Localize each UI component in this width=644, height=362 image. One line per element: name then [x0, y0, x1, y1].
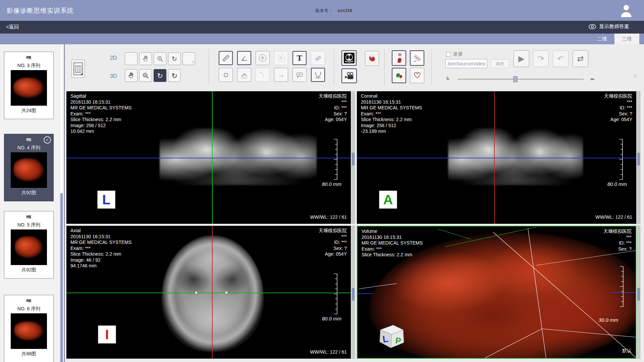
- coronal-mr-image: [448, 128, 583, 185]
- zoom-3d-tool[interactable]: [139, 69, 152, 82]
- playback-slider-thumb[interactable]: [513, 76, 518, 82]
- series-card-3[interactable]: MR NO. 3 序列 共24图: [4, 52, 54, 119]
- series-card-5[interactable]: MR NO. 5 序列 共92图: [4, 211, 54, 278]
- sidebar-scrollbar-thumb[interactable]: [60, 193, 63, 362]
- knee-preset-button[interactable]: [392, 50, 406, 66]
- user-avatar-icon[interactable]: [619, 3, 633, 18]
- lung-preset-button[interactable]: [341, 50, 357, 66]
- show-teacher-answer-button[interactable]: 显示教师答案: [588, 23, 629, 30]
- viewport-axial[interactable]: Axial 20161130 16:15:31 MR GE MEDICAL SY…: [66, 226, 351, 359]
- coronal-overlay-right: 天堰模拟医院 *** ID: *** Sex: ? Age: 054Y: [604, 93, 632, 123]
- rotate-left-button[interactable]: ↶: [553, 50, 569, 67]
- series-count: 共92图: [4, 190, 53, 196]
- secondary-roi-tool[interactable]: 次: [274, 51, 288, 65]
- nav-bar: <返回 显示教师答案: [0, 21, 644, 34]
- arc-measure-tool[interactable]: [256, 68, 270, 82]
- axial-mr-image: [161, 235, 264, 352]
- invert-wwwl-2d-tool[interactable]: c: [182, 52, 195, 65]
- device-name: MR GE MEDICAL SYSTEMS: [361, 105, 422, 111]
- exam-id: Exam: ***: [361, 111, 422, 117]
- rotate-right-button[interactable]: ↷: [533, 50, 549, 67]
- pan-3d-tool[interactable]: [125, 69, 138, 82]
- swap-arrows-icon: ⇄: [577, 54, 584, 63]
- header-bar: 影像诊断思维实训系统 版本号：svn334: [0, 0, 644, 21]
- spine-preset-button[interactable]: [410, 50, 424, 66]
- fast-forward-icon[interactable]: ▸▸: [591, 76, 594, 82]
- sagittal-crosshair-horizontal[interactable]: [66, 158, 351, 158]
- text-annotation-tool[interactable]: T: [292, 51, 307, 65]
- image-marker-dot: [225, 292, 227, 294]
- comment-icon: [296, 71, 304, 79]
- axial-crosshair-horizontal[interactable]: [66, 293, 351, 293]
- heart-3d-preset-button[interactable]: [410, 68, 424, 83]
- wwwl-readout: WW/WL: 122 / 61: [310, 349, 347, 355]
- reset-3d-tool[interactable]: ↻: [168, 69, 181, 82]
- device-name: MR GE MEDICAL SYSTEMS: [70, 105, 131, 111]
- scale-ruler: [618, 139, 623, 180]
- comment-annotation-tool[interactable]: [292, 68, 307, 82]
- magnifier-plus-icon: [157, 55, 164, 62]
- path-button[interactable]: 路径: [490, 59, 509, 68]
- viewport-coronal[interactable]: Coronal 20161130 16:15:31 MR GE MEDICAL …: [357, 91, 636, 224]
- zoom-2d-tool[interactable]: [154, 52, 166, 65]
- rotate-2d-tool[interactable]: ↻: [168, 52, 181, 65]
- layout-selector-button[interactable]: [71, 60, 85, 78]
- volume-preset-label[interactable]: 默认: [622, 348, 632, 354]
- scrollbar-thumb[interactable]: [352, 153, 355, 165]
- arrow-annotation-tool[interactable]: →: [274, 68, 288, 82]
- axial-crosshair-vertical[interactable]: [212, 226, 213, 359]
- series-count: 共88图: [4, 351, 53, 357]
- record-screen-checkbox[interactable]: 录屏: [446, 51, 463, 57]
- playback-slider-row: ‖▸ ▸▸: [446, 75, 594, 83]
- angle-measure-tool[interactable]: [237, 51, 251, 65]
- scale-ruler: [619, 266, 624, 307]
- organ-3d-preset-button[interactable]: [392, 68, 406, 83]
- series-modality: MR: [4, 299, 53, 303]
- axial-slice-scrollbar[interactable]: [352, 226, 355, 359]
- eye-icon: [588, 24, 596, 30]
- eraser-tool[interactable]: [311, 51, 325, 65]
- scale-label: 30.0 mm: [599, 317, 618, 323]
- primary-roi-tool[interactable]: 主: [256, 51, 270, 65]
- scrollbar-thumb[interactable]: [637, 153, 640, 165]
- series-card-6[interactable]: MR NO. 6 序列 共88图: [4, 295, 54, 362]
- volume-slice-scrollbar[interactable]: [637, 226, 640, 359]
- tab-3d[interactable]: 三维: [614, 34, 639, 44]
- playback-slider-track[interactable]: [458, 79, 584, 80]
- selected-check-icon: ✓: [44, 136, 51, 144]
- play-button[interactable]: ▶: [514, 50, 529, 67]
- series-card-4-selected[interactable]: MR ✓ NO. 4 序列 共92图: [4, 134, 54, 201]
- rotate-3d-tool-selected[interactable]: ↻: [154, 69, 166, 82]
- roi-box-tool[interactable]: [219, 68, 233, 82]
- back-button[interactable]: <返回: [6, 24, 19, 30]
- ruler-measure-tool[interactable]: [219, 51, 233, 65]
- toolbar-divider: [334, 49, 334, 85]
- pan-2d-tool[interactable]: [139, 52, 152, 65]
- ruler-icon: [222, 54, 230, 62]
- orientation-cube[interactable]: L P: [376, 320, 407, 351]
- exam-id: Exam: ***: [70, 246, 131, 252]
- sidebar-scrollbar[interactable]: [60, 44, 63, 362]
- tab-2d[interactable]: 二维: [590, 34, 614, 44]
- patient-age: Age: 054Y: [604, 117, 632, 123]
- step-backward-icon[interactable]: ‖▸: [446, 76, 449, 81]
- arrow-icon: →: [278, 71, 284, 78]
- coronal-crosshair-horizontal[interactable]: [357, 158, 636, 158]
- swap-direction-button[interactable]: ⇄: [573, 50, 588, 67]
- heart-preset-button[interactable]: [365, 51, 379, 66]
- viewport-volume-3d[interactable]: Volume 20161130 16:15:31 MR GE MEDICAL S…: [357, 226, 636, 359]
- slice-position: 94.1746 mm: [70, 263, 131, 269]
- coronal-slice-scrollbar[interactable]: [637, 91, 640, 224]
- video-path-input[interactable]: [445, 59, 487, 68]
- profile-curve-tool[interactable]: [237, 68, 251, 82]
- viewport-sagittal[interactable]: Sagittal 20161130 16:15:31 MR GE MEDICAL…: [66, 91, 351, 224]
- curve-length-tool[interactable]: [311, 68, 325, 82]
- sagittal-slice-scrollbar[interactable]: [352, 91, 355, 224]
- series-thumbnail: [11, 229, 47, 265]
- wwwl-2d-tool[interactable]: [125, 52, 138, 65]
- sagittal-overlay-left: Sagittal 20161130 16:15:31 MR GE MEDICAL…: [70, 93, 131, 135]
- scrollbar-thumb[interactable]: [637, 288, 640, 301]
- scrollbar-thumb[interactable]: [352, 288, 355, 301]
- record-camera-button[interactable]: [341, 68, 357, 83]
- collapse-toolbar-icon[interactable]: «: [631, 74, 640, 78]
